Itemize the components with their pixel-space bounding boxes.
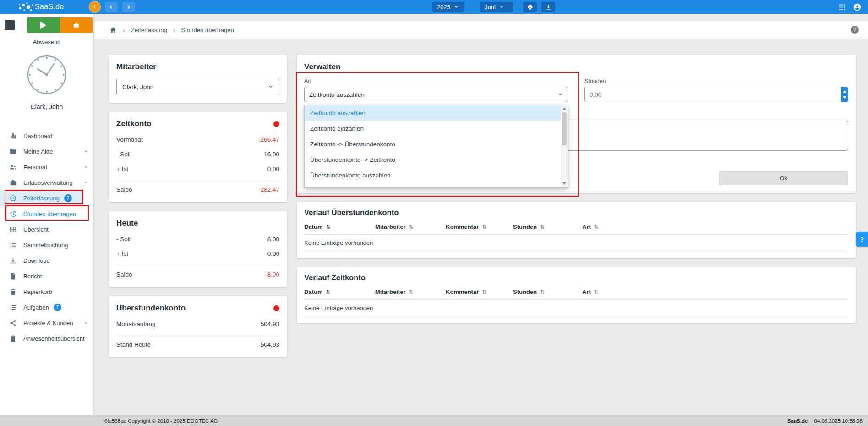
scroll-up-icon (562, 107, 566, 110)
art-select[interactable]: Zeitkonto auszahlen (304, 87, 568, 102)
sidebar-item-urlaubsverwaltung[interactable]: Urlaubsverwaltung (0, 175, 93, 190)
print-button[interactable] (523, 2, 537, 12)
saldo-row: Stand Heute 504,93 (116, 335, 279, 350)
dropdown-option[interactable]: Überstundenkonto auszahlen (305, 167, 561, 183)
saldo-row: Saldo -282,47 (116, 180, 279, 195)
breadcrumb: › Zeiterfassung › Stunden übertragen ? (94, 21, 868, 39)
dropdown-option[interactable]: Überstundenkonto -> Zeitkonto (305, 152, 561, 167)
empty-state-text: Keine Einträge vorhanden (304, 300, 848, 317)
employee-select[interactable]: Clark, John (116, 78, 279, 95)
kv-row: - Soll 16,00 (116, 147, 279, 161)
column-header-mitarbeiter[interactable]: Mitarbeiter⇅ (375, 223, 446, 230)
sidebar-item-anwesenheitsuebersicht[interactable]: Anwesenheitsübersicht (0, 331, 93, 346)
column-header-stunden[interactable]: Stunden⇅ (513, 223, 582, 230)
sidebar-item-label: Personal (23, 164, 47, 171)
sidebar-item-label: Papierkorb (23, 288, 52, 295)
month-select[interactable]: Juni (480, 2, 513, 12)
home-icon[interactable] (109, 26, 117, 33)
sidebar-item-stunden-uebertragen[interactable]: Stunden übertragen (0, 206, 93, 221)
art-field: Art Zeitkonto auszahlen Zeitkonto auszah… (304, 78, 568, 102)
column-header-datum[interactable]: Datum⇅ (304, 288, 375, 295)
zeitkonto-card: Zeitkonto Vormonat -266,47 - Soll 16,00 … (109, 112, 287, 202)
brand-logo[interactable]: SaaS.de (17, 1, 64, 13)
breadcrumb-separator: › (173, 26, 175, 34)
chevron-down-icon (557, 92, 563, 97)
sidebar-item-zeiterfassung[interactable]: Zeiterfassung 7 (0, 190, 82, 206)
start-work-button[interactable] (27, 17, 60, 33)
ok-button[interactable]: Ok (719, 171, 848, 185)
kv-label: Vormonat (116, 136, 143, 143)
column-header-kommentar[interactable]: Kommentar⇅ (446, 288, 513, 295)
year-select[interactable]: 2025 (432, 2, 464, 12)
mitarbeiter-card: Mitarbeiter Clark, John (109, 55, 287, 103)
download-icon (545, 4, 552, 11)
sidebar-item-sammelbuchung[interactable]: Sammelbuchung (0, 237, 93, 253)
business-trip-button[interactable] (60, 17, 93, 33)
sidebar-item-personal[interactable]: Personal (0, 159, 93, 175)
verwalten-title: Verwalten (304, 62, 848, 72)
sidebar-item-label: Stunden übertragen (23, 210, 76, 217)
kv-label: + Ist (116, 166, 128, 172)
chevron-down-icon (83, 180, 89, 185)
stunden-input[interactable] (585, 87, 841, 102)
column-header-mitarbeiter[interactable]: Mitarbeiter⇅ (375, 288, 446, 295)
sidebar-item-meine-akte[interactable]: Meine Akte (0, 144, 93, 159)
kv-value: -266,47 (258, 136, 279, 143)
sidebar-item-projekte-kunden[interactable]: Projekte & Kunden (0, 315, 93, 331)
footer: 6fa538ae Copyright © 2010 - 2025 EGOTEC … (0, 415, 868, 426)
kv-row: + Ist 0,00 (116, 246, 279, 261)
column-header-art[interactable]: Art⇅ (582, 288, 848, 295)
prev-button[interactable] (105, 2, 118, 12)
next-button[interactable] (122, 2, 135, 12)
sidebar-item-label: Zeiterfassung (23, 195, 60, 202)
chevron-down-icon (499, 5, 504, 9)
sidebar-item-uebersicht[interactable]: Übersicht (0, 221, 93, 237)
sidebar-item-dashboard[interactable]: Dashboard (0, 128, 93, 144)
summary-column: Mitarbeiter Clark, John Zeitkonto Vormon… (109, 55, 287, 357)
status-stop-button[interactable] (5, 20, 15, 30)
presence-buttons (0, 14, 93, 33)
dropdown-option[interactable]: Zeitkonto einzahlen (305, 121, 561, 136)
column-header-stunden[interactable]: Stunden⇅ (513, 288, 582, 295)
sidebar-item-papierkorb[interactable]: Papierkorb (0, 284, 93, 299)
spinner-up-icon (843, 90, 846, 93)
chevron-down-icon (83, 320, 89, 326)
breadcrumb-stunden-uebertragen[interactable]: Stunden übertragen (181, 27, 234, 33)
kv-label: Monatsanfang (116, 321, 156, 327)
sidebar-item-label: Meine Akte (23, 148, 53, 155)
sidebar-item-label: Bericht (23, 273, 42, 280)
account-icon[interactable] (853, 3, 862, 11)
scroll-down-icon (562, 182, 566, 185)
footer-brand: SaaS.de (787, 418, 808, 424)
help-tab[interactable]: ? (856, 232, 868, 247)
copyright-text: 6fa538ae Copyright © 2010 - 2025 EGOTEC … (104, 418, 218, 424)
export-download-button[interactable] (541, 2, 555, 12)
table-title: Verlauf Zeitkonto (304, 273, 848, 282)
column-header-kommentar[interactable]: Kommentar⇅ (446, 223, 513, 230)
column-header-art[interactable]: Art⇅ (582, 223, 848, 230)
people-icon (9, 163, 17, 171)
sidebar-item-download[interactable]: Download (0, 253, 93, 268)
help-icon[interactable]: ? (851, 26, 859, 34)
dropdown-option[interactable]: Zeitkonto -> Überstundenkonto (305, 136, 561, 152)
period-controls: 2025 Juni (432, 2, 555, 12)
main-content: › Zeiterfassung › Stunden übertragen ? M… (94, 14, 868, 415)
kv-value: -282,47 (258, 186, 279, 193)
collapse-sidebar-button[interactable] (89, 1, 100, 12)
mitarbeiter-title: Mitarbeiter (116, 62, 279, 72)
dropdown-option[interactable]: Zeitkonto auszahlen (305, 105, 561, 121)
apps-grid-icon[interactable] (838, 3, 846, 11)
download-icon (9, 257, 17, 265)
chevron-left-icon (92, 4, 98, 10)
ueberstundenkonto-card: Überstundenkonto Monatsanfang 504,93 Sta… (109, 296, 287, 357)
sidebar-item-aufgaben[interactable]: Aufgaben 7 (0, 299, 93, 315)
column-header-datum[interactable]: Datum⇅ (304, 223, 375, 230)
breadcrumb-zeiterfassung[interactable]: Zeiterfassung (131, 27, 167, 33)
kv-row: Vormonat -266,47 (116, 132, 279, 147)
sidebar-menu: Dashboard Meine Akte Personal Urlaubsver… (0, 128, 93, 346)
zeitkonto-title: Zeitkonto (116, 119, 152, 128)
stunden-spinner[interactable] (841, 87, 848, 102)
sort-icon: ⇅ (594, 224, 599, 230)
dropdown-scrollbar[interactable] (561, 105, 568, 187)
sidebar-item-bericht[interactable]: Bericht (0, 268, 93, 284)
